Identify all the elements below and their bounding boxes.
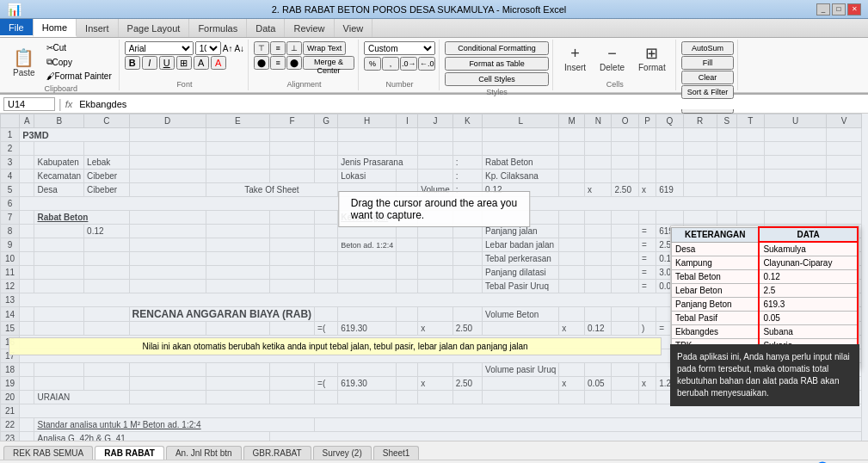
cell-v3[interactable] — [827, 156, 862, 170]
cell-j18[interactable] — [418, 363, 452, 377]
cell-g12[interactable] — [315, 280, 338, 293]
cell-n3[interactable] — [585, 156, 612, 170]
cell-i14[interactable] — [397, 307, 418, 322]
cell-b2[interactable] — [34, 142, 84, 156]
cell-l14[interactable]: Volume Beton — [483, 307, 559, 322]
cell-m3[interactable] — [559, 156, 585, 170]
format-painter-button[interactable]: 🖌 Format Painter — [43, 70, 115, 83]
cell-h14[interactable] — [338, 307, 397, 322]
cell-b22[interactable]: Standar analisa untuk 1 M² Beton ad. 1:2… — [34, 418, 315, 432]
cell-o2[interactable] — [612, 142, 638, 156]
formula-input[interactable] — [76, 99, 865, 109]
decrease-font-btn[interactable]: A↓ — [234, 44, 244, 53]
cell-k3[interactable]: : — [452, 156, 482, 170]
cell-m18[interactable] — [559, 363, 585, 377]
cell-i20[interactable] — [397, 391, 418, 404]
close-button[interactable]: ✕ — [847, 3, 861, 15]
align-right-button[interactable]: ⬤ — [286, 56, 302, 70]
tab-view[interactable]: View — [335, 19, 373, 37]
cell-e4[interactable] — [206, 170, 269, 183]
cell-f8[interactable] — [270, 225, 315, 238]
cell-t1[interactable] — [736, 128, 764, 142]
cell-k15[interactable]: 2.50 — [452, 322, 482, 336]
cell-j14[interactable] — [418, 307, 452, 322]
cell-l3[interactable]: Rabat Beton — [483, 156, 559, 170]
cell-n20[interactable] — [585, 391, 612, 404]
cell-i4[interactable] — [397, 170, 418, 183]
cell-t3[interactable] — [736, 156, 764, 170]
col-header-v[interactable]: V — [827, 114, 862, 128]
cell-q1[interactable] — [656, 128, 683, 142]
cell-r3[interactable] — [683, 156, 717, 170]
cell-q7[interactable] — [656, 211, 683, 225]
cell-p20[interactable] — [638, 391, 656, 404]
cell-s3[interactable] — [717, 156, 736, 170]
cell-o12[interactable] — [612, 280, 638, 293]
cell-b20[interactable]: URAIAN — [34, 391, 129, 404]
cell-o10[interactable] — [612, 252, 638, 266]
cell-g1[interactable] — [315, 128, 338, 142]
cell-j19[interactable]: x — [418, 377, 452, 391]
cell-f1[interactable] — [270, 128, 315, 142]
cell-r1[interactable] — [683, 128, 717, 142]
cell-d15[interactable] — [129, 322, 206, 336]
col-header-s[interactable]: S — [717, 114, 736, 128]
window-controls[interactable]: _ □ ✕ — [816, 3, 861, 15]
cell-g9[interactable] — [315, 238, 338, 252]
cell-o18[interactable] — [612, 363, 638, 377]
cell-c14[interactable] — [84, 307, 130, 322]
cell-l11[interactable]: Panjang dilatasi — [483, 266, 559, 280]
cell-p2[interactable] — [638, 142, 656, 156]
cell-d1[interactable] — [129, 128, 206, 142]
cell-m9[interactable] — [559, 238, 585, 252]
cell-g20[interactable] — [315, 391, 338, 404]
cell-n11[interactable] — [585, 266, 612, 280]
cell-t2[interactable] — [736, 142, 764, 156]
cell-v5[interactable] — [827, 183, 862, 197]
cell-m19[interactable]: x — [559, 377, 585, 391]
cell-k12[interactable] — [452, 280, 482, 293]
cell-h9[interactable]: Beton ad. 1:2:4 — [338, 238, 397, 252]
font-size-select[interactable]: 10 — [195, 41, 221, 55]
cell-n12[interactable] — [585, 280, 612, 293]
cell-h4[interactable]: Lokasi — [338, 170, 397, 183]
cell-l10[interactable]: Tebal perkerasan — [483, 252, 559, 266]
align-center-button[interactable]: ≡ — [270, 56, 286, 70]
cell-b14[interactable] — [34, 307, 84, 322]
sheet-tab-rek[interactable]: REK RAB SEMUA — [3, 446, 93, 460]
align-left-button[interactable]: ⬤ — [254, 56, 269, 70]
cell-a4[interactable] — [20, 170, 34, 183]
col-header-q[interactable]: Q — [656, 114, 683, 128]
cell-g15[interactable]: =( — [315, 322, 338, 336]
cell-ref-input[interactable] — [3, 97, 55, 111]
wrap-text-button[interactable]: Wrap Text — [303, 41, 346, 55]
cell-j1[interactable] — [418, 128, 452, 142]
cell-f11[interactable] — [270, 266, 315, 280]
cell-h18[interactable] — [338, 363, 397, 377]
tab-file[interactable]: File — [0, 19, 34, 37]
col-header-j[interactable]: J — [418, 114, 452, 128]
cell-b23[interactable]: Analisa G_42h & G_41 — [34, 432, 270, 441]
cell-g3[interactable] — [315, 156, 338, 170]
restore-button[interactable]: □ — [832, 3, 846, 15]
number-format-select[interactable]: Custom — [364, 41, 435, 55]
bold-button[interactable]: B — [125, 56, 140, 70]
format-as-table-button[interactable]: Format as Table — [445, 57, 549, 71]
tab-insert[interactable]: Insert — [77, 19, 119, 37]
cell-i10[interactable] — [397, 252, 418, 266]
fill-button[interactable]: Fill — [681, 56, 735, 70]
cell-k11[interactable] — [452, 266, 482, 280]
cell-o14[interactable] — [612, 307, 638, 322]
cell-e1[interactable] — [206, 128, 269, 142]
cell-s2[interactable] — [717, 142, 736, 156]
cell-h12[interactable] — [338, 280, 397, 293]
cell-g18[interactable] — [315, 363, 338, 377]
cell-n7[interactable] — [585, 211, 612, 225]
cell-e18[interactable] — [206, 363, 269, 377]
border-button[interactable]: ⊞ — [176, 56, 192, 70]
col-header-u[interactable]: U — [764, 114, 826, 128]
cell-p3[interactable] — [638, 156, 656, 170]
cell-a9[interactable] — [20, 238, 34, 252]
cell-c2[interactable] — [84, 142, 130, 156]
cell-v1[interactable] — [827, 128, 862, 142]
